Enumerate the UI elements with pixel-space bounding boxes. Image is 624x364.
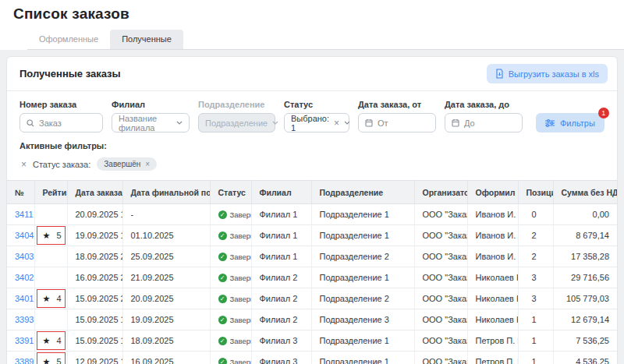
- branch-field: Филиал Название филиала: [112, 100, 190, 133]
- branch-placeholder: Название филиала: [119, 114, 172, 133]
- positions-cell: 3: [518, 288, 553, 309]
- status-select[interactable]: Выбрано: 1 ×: [284, 113, 349, 133]
- table-body: 3411 ★ 20.09.2025 16:28 - ✓ Завершён Фил…: [7, 204, 618, 364]
- check-circle-icon: ✓: [218, 253, 227, 261]
- col-number: №: [7, 181, 34, 204]
- col-order-date: Дата заказа: [67, 181, 122, 204]
- status-text: Завершён: [230, 316, 252, 324]
- positions-cell: 1: [518, 330, 553, 352]
- final-date-cell: 19.09.2025: [122, 309, 210, 330]
- status-badge: ✓ Завершён: [218, 231, 248, 240]
- order-number-input[interactable]: Заказ: [20, 113, 103, 133]
- check-circle-icon: ✓: [218, 295, 227, 303]
- sum-cell: 17 358,28: [553, 246, 618, 267]
- chip-close-icon[interactable]: ×: [145, 160, 150, 168]
- organizer-cell: ООО "Заказчик": [414, 225, 467, 246]
- order-link[interactable]: 3391: [15, 336, 34, 345]
- date-to-input[interactable]: До: [445, 113, 523, 133]
- tab-received[interactable]: Полученные: [110, 30, 183, 49]
- filters-button-label: Фильтры: [560, 118, 595, 128]
- issued-by-cell: Иванов И. И.: [467, 225, 518, 246]
- status-badge: ✓ Завершён: [218, 274, 248, 282]
- division-cell: Подразделение 1: [311, 204, 414, 225]
- branch-cell: Филиал 1: [251, 246, 311, 267]
- status-badge: ✓ Завершён: [218, 358, 248, 364]
- final-date-cell: 20.09.2025: [122, 288, 210, 309]
- rating-box: ★ 4: [37, 331, 66, 350]
- issued-by-cell: Николаев К. К.: [467, 267, 518, 288]
- export-xls-button[interactable]: Выгрузить заказы в xls: [487, 64, 608, 83]
- remove-filter-icon[interactable]: ×: [21, 159, 27, 170]
- topbar: Список заказов Оформленные Полученные: [0, 0, 624, 50]
- status-clear-icon[interactable]: ×: [334, 118, 339, 129]
- active-filter-name: Статус заказа:: [33, 160, 90, 169]
- table-row: 3411 ★ 20.09.2025 16:28 - ✓ Завершён Фил…: [7, 204, 618, 225]
- division-cell: Подразделение 2: [311, 246, 414, 267]
- order-date-cell: 19.09.2025 10:26: [67, 225, 122, 246]
- order-date-cell: 20.09.2025 16:28: [67, 204, 122, 225]
- status-text: Завершён: [230, 231, 252, 240]
- search-icon: [27, 119, 34, 127]
- issued-by-cell: Иванов И. И.: [467, 246, 518, 267]
- order-link[interactable]: 3404: [15, 231, 34, 240]
- star-icon: ★: [43, 294, 51, 304]
- order-date-cell: 15.09.2025 21:15: [67, 288, 122, 309]
- page-content: Полученные заказы Выгрузить заказы в xls…: [0, 50, 624, 364]
- order-date-cell: 18.09.2025 21:21: [67, 246, 122, 267]
- order-link[interactable]: 3401: [15, 294, 34, 303]
- sum-cell: 29 716,56: [553, 267, 618, 288]
- final-date-cell: -: [122, 204, 210, 225]
- rating-value: 5: [56, 357, 61, 364]
- status-text: Завершён: [230, 210, 252, 219]
- sum-cell: 0,00: [553, 204, 618, 225]
- order-number-label: Номер заказа: [20, 100, 103, 109]
- filters-button[interactable]: Фильтры: [536, 113, 604, 133]
- division-label: Подразделение: [198, 100, 275, 109]
- col-status: Статус: [210, 181, 251, 204]
- final-date-cell: 18.09.2025: [122, 330, 210, 352]
- chevron-down-icon: [344, 121, 350, 125]
- tab-bar: Оформленные Полученные: [27, 30, 624, 50]
- table-row: 3402 ★ 16.09.2025 21:21 21.09.2025 ✓ Зав…: [7, 267, 618, 288]
- order-date-cell: 15.09.2025 11:01: [67, 330, 122, 352]
- tab-issued[interactable]: Оформленные: [27, 30, 110, 49]
- rating-box: ★ 4: [37, 289, 66, 308]
- sum-cell: 12 679,14: [553, 309, 618, 330]
- division-cell: Подразделение 2: [311, 288, 414, 309]
- status-text: Завершён: [230, 253, 252, 261]
- status-filter-chip[interactable]: Завершён ×: [97, 157, 157, 171]
- date-from-input[interactable]: От: [358, 113, 436, 133]
- col-division: Подразделение: [311, 181, 414, 204]
- col-final-date: Дата финальной поставки: [122, 181, 210, 204]
- col-organizer: Организатор: [414, 181, 467, 204]
- order-link[interactable]: 3403: [15, 252, 34, 261]
- organizer-cell: ООО "Заказчик": [414, 330, 467, 352]
- division-field: Подразделение Подразделение: [198, 100, 275, 133]
- chevron-down-icon: [176, 121, 183, 125]
- status-text: Завершён: [230, 358, 252, 364]
- order-date-cell: 12.09.2025 17:08: [67, 352, 122, 364]
- status-badge: ✓ Завершён: [218, 253, 248, 261]
- order-link[interactable]: 3402: [15, 273, 34, 282]
- status-badge: ✓ Завершён: [218, 337, 248, 345]
- order-link[interactable]: 3411: [15, 210, 34, 219]
- branch-select[interactable]: Название филиала: [112, 113, 190, 133]
- order-link[interactable]: 3389: [15, 357, 34, 364]
- positions-cell: 2: [518, 246, 553, 267]
- order-link[interactable]: 3393: [15, 315, 34, 324]
- table-row: 3391 ★ 4 15.09.2025 11:01 18.09.2025 ✓ З…: [7, 330, 618, 352]
- branch-cell: Филиал 3: [251, 330, 311, 352]
- status-badge: ✓ Завершён: [218, 295, 248, 303]
- final-date-cell: 21.09.2025: [122, 267, 210, 288]
- star-icon: ★: [43, 357, 51, 364]
- division-cell: Подразделение 1: [311, 330, 414, 352]
- status-text: Завершён: [230, 274, 252, 282]
- col-branch: Филиал: [251, 181, 311, 204]
- issued-by-cell: Петров П. П.: [467, 330, 518, 352]
- branch-cell: Филиал 2: [251, 288, 311, 309]
- check-circle-icon: ✓: [218, 231, 227, 240]
- status-text: Завершён: [230, 337, 252, 345]
- status-badge: ✓ Завершён: [218, 316, 248, 324]
- order-date-cell: 16.09.2025 21:21: [67, 267, 122, 288]
- division-cell: Подразделение 1: [311, 225, 414, 246]
